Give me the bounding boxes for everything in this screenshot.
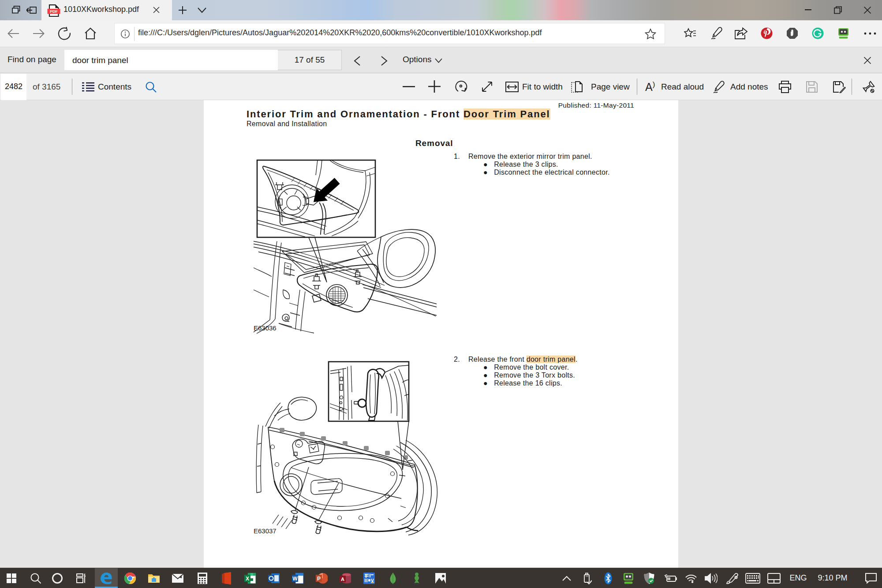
svg-text:P: P (317, 576, 321, 582)
svg-text:X: X (246, 576, 249, 582)
svg-text:E63037: E63037 (254, 527, 277, 535)
svg-text:E63036: E63036 (254, 324, 277, 332)
svg-text:A: A (341, 577, 344, 582)
svg-text:W: W (292, 576, 298, 582)
svg-text:PDF: PDF (50, 9, 58, 14)
